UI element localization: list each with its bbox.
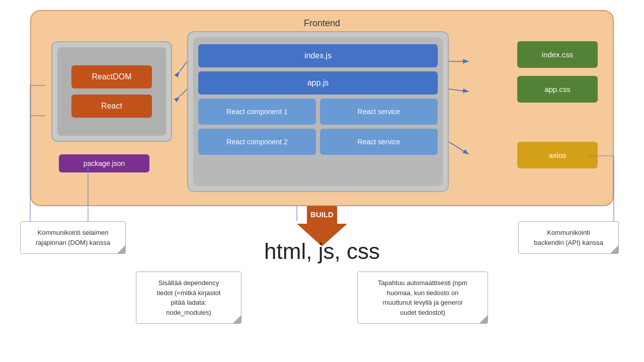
note1-text: Kommunikointi selaimen rajapinnan (DOM) … [36,229,110,246]
css-files: index.css app.css [517,41,598,103]
service1-button: React service [320,99,438,125]
note1-box: Kommunikointi selaimen rajapinnan (DOM) … [20,221,126,254]
react-libs-inner: ReactDOM React [57,47,166,136]
note3-fold [479,315,488,323]
frontend-box: Frontend ReactDOM React package.json ind… [30,10,614,206]
svg-line-3 [180,89,187,97]
component2-button: React component 2 [198,129,316,155]
svg-line-2 [180,61,187,71]
appcss-button: app.css [517,76,598,103]
note2-text: Sisältää dependency tiedot (=mitkä kirja… [157,279,221,316]
diagram-wrapper: Frontend ReactDOM React package.json ind… [15,5,629,357]
appjs-button: app.js [198,71,438,95]
react-libs-box: ReactDOM React [51,41,172,142]
build-label: BUILD [310,210,334,219]
component-row-1: React component 1 React service [198,99,438,125]
note4-box: Kommunikointi backendin (API) kanssa [518,221,619,254]
note3-text: Tapahtuu automaattisesti (npm huomaa, ku… [378,279,467,316]
service2-button: React service [320,129,438,155]
indexjs-button: index.js [198,44,438,67]
output-label: html, js, css [264,239,380,264]
package-json-button: package.json [59,154,149,172]
note3-box: Tapahtuu automaattisesti (npm huomaa, ku… [357,272,488,324]
components-box: index.js app.js React component 1 React … [187,31,449,192]
svg-line-5 [449,89,469,92]
frontend-label: Frontend [304,18,340,29]
note4-fold [610,245,618,253]
svg-line-6 [449,142,469,154]
reactdom-button: ReactDOM [71,65,152,88]
note1-fold [117,245,125,253]
note2-box: Sisältää dependency tiedot (=mitkä kirja… [136,272,242,324]
note2-fold [233,315,241,323]
components-inner: index.js app.js React component 1 React … [193,37,443,186]
react-button: React [71,95,152,118]
component-row-2: React component 2 React service [198,129,438,155]
indexcss-button: index.css [517,41,598,68]
component1-button: React component 1 [198,99,316,125]
axios-button: axios [517,142,598,168]
note4-text: Kommunikointi backendin (API) kanssa [534,229,603,246]
